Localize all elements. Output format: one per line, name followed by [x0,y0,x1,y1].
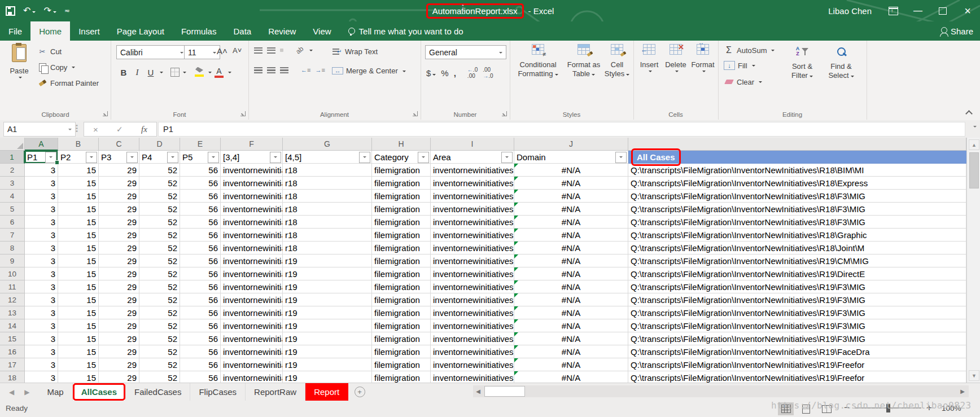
cell[interactable]: 52 [139,164,180,177]
cell[interactable]: 3 [25,371,58,383]
cell[interactable]: Q:\transcripts\FileMigration\InventorNew… [628,345,966,358]
borders-icon[interactable] [170,67,180,77]
cell[interactable]: 29 [99,293,139,306]
cell[interactable]: inventornewinitiatives [221,345,283,358]
cell[interactable]: r19 [283,332,372,345]
header-cell-P3[interactable]: P3 [99,151,139,164]
filter-dropdown-icon[interactable] [208,152,219,163]
cell[interactable]: 15 [58,332,99,345]
collapse-ribbon-icon[interactable] [965,110,973,116]
cell[interactable]: r19 [283,371,372,383]
cell[interactable]: r18 [283,177,372,190]
cell[interactable]: 52 [139,345,180,358]
formula-bar-grip[interactable]: ••• [76,124,77,134]
format-cells-button[interactable]: ↔ Format [690,44,716,73]
insert-cells-button[interactable]: ← Insert [637,44,662,73]
cell[interactable]: 29 [99,190,139,203]
cell[interactable]: Q:\transcripts\FileMigration\InventorNew… [628,164,966,177]
cell[interactable]: 56 [180,177,221,190]
vertical-scrollbar[interactable]: ▲ ▼ [966,138,980,383]
underline-caret-icon[interactable] [160,72,163,75]
sheet-tab-AllCases[interactable]: AllCases [73,383,126,401]
cell[interactable]: 52 [139,332,180,345]
column-header-C[interactable]: C [99,138,139,151]
expand-formula-bar-icon[interactable] [973,126,977,129]
cell[interactable]: 3 [25,358,58,371]
cell[interactable]: Q:\transcripts\FileMigration\InventorNew… [628,332,966,345]
cell[interactable]: inventornewinitiatives [431,242,514,254]
horizontal-scrollbar[interactable]: ◀ ▶ [473,385,969,397]
cell[interactable]: 3 [25,229,58,242]
cell[interactable]: 52 [139,319,180,332]
cell[interactable]: inventornewinitiatives [221,164,283,177]
cell[interactable]: #N/A [514,280,628,293]
cell[interactable]: 15 [58,203,99,216]
cell[interactable]: 15 [58,177,99,190]
cell[interactable]: #N/A [514,190,628,203]
cell[interactable]: r19 [283,358,372,371]
cell[interactable]: 29 [99,203,139,216]
row-header-15[interactable]: 15 [0,332,25,345]
bold-button[interactable]: B [117,65,130,79]
select-all-corner[interactable] [0,138,25,151]
cell[interactable]: inventornewinitiatives [431,371,514,383]
paste-button[interactable]: Paste [5,44,34,79]
filter-dropdown-icon[interactable] [615,152,627,163]
cell[interactable]: Q:\transcripts\FileMigration\InventorNew… [628,280,966,293]
cell[interactable]: #N/A [514,216,628,229]
middle-align-icon[interactable] [267,47,275,54]
row-header-6[interactable]: 6 [0,216,25,229]
column-header-D[interactable]: D [139,138,180,151]
cell[interactable]: inventornewinitiatives [221,229,283,242]
row-header-16[interactable]: 16 [0,345,25,358]
cell[interactable]: r19 [283,345,372,358]
cell[interactable]: 52 [139,242,180,254]
cell[interactable]: 56 [180,190,221,203]
wrap-text-button[interactable]: ↵ Wrap Text [332,46,378,56]
sheet-nav-left-icon[interactable]: ◀ [9,388,14,396]
fill-color-caret-icon[interactable] [208,72,212,75]
cell[interactable]: Q:\transcripts\FileMigration\InventorNew… [628,293,966,306]
clipboard-dialog-launcher-icon[interactable] [103,111,108,116]
cell[interactable]: filemigration [372,190,431,203]
sheet-tab-ReportRaw[interactable]: ReportRaw [246,383,305,401]
share-button[interactable]: Share [941,21,973,41]
insert-function-icon[interactable]: fx [141,125,147,134]
row-header-18[interactable]: 18 [0,371,25,383]
cell[interactable]: 15 [58,345,99,358]
cell[interactable]: filemigration [372,319,431,332]
header-cell-[4,5][interactable]: [4,5] [283,151,372,164]
zoom-in-icon[interactable]: + [926,403,932,412]
cell[interactable]: #N/A [514,345,628,358]
row-header-13[interactable]: 13 [0,306,25,319]
cell[interactable]: Q:\transcripts\FileMigration\InventorNew… [628,371,966,383]
cell[interactable]: 56 [180,229,221,242]
header-cell-P4[interactable]: P4 [139,151,180,164]
cell[interactable]: inventornewinitiatives [431,164,514,177]
cell[interactable]: 3 [25,293,58,306]
cell[interactable]: inventornewinitiatives [431,267,514,280]
sheet-tab-Report[interactable]: Report [305,383,348,401]
cell[interactable]: 15 [58,267,99,280]
cell[interactable]: filemigration [372,254,431,267]
name-box-caret-icon[interactable] [68,129,72,132]
cell[interactable]: inventornewinitiatives [221,332,283,345]
cell[interactable]: 29 [99,280,139,293]
cell[interactable]: filemigration [372,216,431,229]
zoom-out-icon[interactable]: − [844,403,850,412]
cell[interactable]: filemigration [372,306,431,319]
fill-color-button[interactable] [193,65,205,79]
cell[interactable]: inventornewinitiatives [221,190,283,203]
header-cell-P1[interactable]: P1 [25,151,58,164]
header-cell-Category[interactable]: Category [372,151,431,164]
zoom-slider[interactable] [855,407,921,409]
row-header-11[interactable]: 11 [0,280,25,293]
cell[interactable]: inventornewinitiatives [221,267,283,280]
cell[interactable]: r19 [283,267,372,280]
cell[interactable]: 52 [139,280,180,293]
cell[interactable]: 15 [58,306,99,319]
cell[interactable]: Q:\transcripts\FileMigration\InventorNew… [628,203,966,216]
autosum-button[interactable]: Σ AutoSum [724,45,775,55]
row-header-3[interactable]: 3 [0,177,25,190]
cell[interactable]: inventornewinitiatives [221,254,283,267]
